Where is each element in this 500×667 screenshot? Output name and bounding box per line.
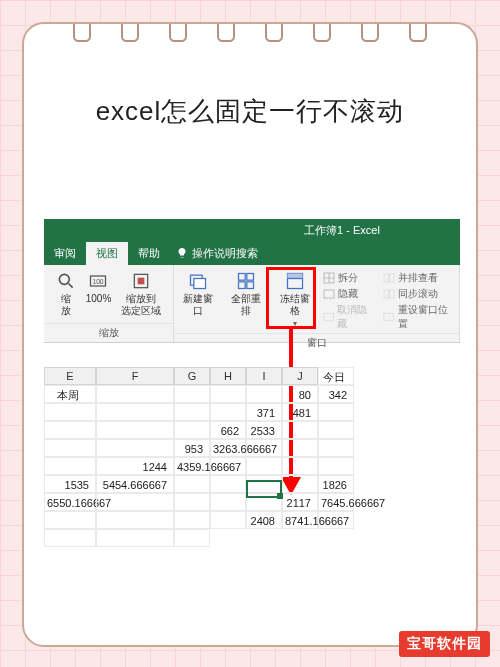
cell[interactable] (96, 493, 174, 511)
cell[interactable] (246, 475, 282, 493)
cell[interactable] (44, 439, 96, 457)
col-header[interactable]: E (44, 367, 96, 385)
cell[interactable]: 342 (318, 385, 354, 403)
cell[interactable]: 7645.666667 (318, 493, 354, 511)
svg-rect-21 (390, 274, 395, 282)
cell[interactable]: 2533 (246, 421, 282, 439)
unhide-icon (323, 311, 334, 323)
freeze-panes-button[interactable]: 冻结窗格 ▾ (270, 269, 318, 330)
cell[interactable] (96, 403, 174, 421)
cell[interactable] (318, 511, 354, 529)
cell[interactable] (174, 493, 210, 511)
zoom-selection-button[interactable]: 缩放到 选定区域 (116, 269, 166, 319)
zoom-100-button[interactable]: 100 100% (81, 269, 117, 307)
cell[interactable]: 1826 (318, 475, 354, 493)
zoom-button[interactable]: 缩 放 (51, 269, 81, 319)
cell[interactable]: 1535 (44, 475, 96, 493)
spreadsheet[interactable]: E F G H I J 今日 本周 80 342 371 481 662 253… (44, 367, 354, 547)
split-button[interactable]: 拆分 (323, 271, 376, 285)
cell[interactable] (210, 385, 246, 403)
cell[interactable] (282, 421, 318, 439)
cell[interactable] (246, 457, 282, 475)
col-header[interactable]: H (210, 367, 246, 385)
cell[interactable] (174, 421, 210, 439)
cell[interactable] (210, 457, 246, 475)
tab-help[interactable]: 帮助 (128, 242, 170, 265)
group-window-label: 窗口 (174, 333, 459, 352)
excel-screenshot: 工作簿1 - Excel 审阅 视图 帮助 操作说明搜索 缩 放 100 (44, 219, 460, 599)
cell[interactable] (246, 439, 282, 457)
tell-me-search[interactable]: 操作说明搜索 (176, 246, 258, 261)
cell[interactable] (246, 385, 282, 403)
col-header[interactable]: G (174, 367, 210, 385)
svg-line-1 (68, 284, 72, 288)
cell[interactable] (318, 457, 354, 475)
cell[interactable] (282, 475, 318, 493)
cell[interactable] (282, 457, 318, 475)
svg-rect-19 (324, 313, 334, 321)
freeze-icon (285, 271, 305, 291)
arrange-icon (236, 271, 256, 291)
cell[interactable]: 371 (246, 403, 282, 421)
unhide-button[interactable]: 取消隐藏 (323, 303, 376, 331)
cell[interactable] (210, 403, 246, 421)
tab-view[interactable]: 视图 (86, 242, 128, 265)
cell[interactable] (318, 439, 354, 457)
cell[interactable] (44, 511, 96, 529)
cell[interactable] (174, 403, 210, 421)
col-header[interactable]: F (96, 367, 174, 385)
cell[interactable]: 8741.166667 (282, 511, 318, 529)
notebook-binding (24, 22, 476, 42)
sync-scroll-button[interactable]: 同步滚动 (383, 287, 455, 301)
cell[interactable]: 662 (210, 421, 246, 439)
cell[interactable]: 481 (282, 403, 318, 421)
cell[interactable] (96, 511, 174, 529)
cell[interactable] (174, 511, 210, 529)
col-header[interactable]: J (282, 367, 318, 385)
cell[interactable] (174, 385, 210, 403)
cell[interactable] (318, 403, 354, 421)
cell[interactable]: 6550.166667 (44, 493, 96, 511)
cell[interactable]: 2408 (246, 511, 282, 529)
arrange-all-button[interactable]: 全部重排 (222, 269, 270, 319)
cell[interactable] (96, 421, 174, 439)
hide-button[interactable]: 隐藏 (323, 287, 376, 301)
cell[interactable] (44, 421, 96, 439)
tab-review[interactable]: 审阅 (44, 242, 86, 265)
svg-rect-20 (384, 274, 389, 282)
cell[interactable]: 80 (282, 385, 318, 403)
cell[interactable] (174, 529, 210, 547)
cell[interactable] (174, 475, 210, 493)
cell[interactable]: 2117 (282, 493, 318, 511)
cell[interactable] (210, 493, 246, 511)
cell[interactable] (210, 511, 246, 529)
cell[interactable] (210, 475, 246, 493)
cell[interactable] (44, 457, 96, 475)
cell[interactable] (318, 421, 354, 439)
cell[interactable]: 5454.666667 (96, 475, 174, 493)
new-window-button[interactable]: 新建窗口 (174, 269, 222, 319)
zoom-selection-icon (131, 271, 151, 291)
side-by-side-button[interactable]: 并排查看 (383, 271, 455, 285)
cell[interactable]: 953 (174, 439, 210, 457)
reset-pos-button[interactable]: 重设窗口位置 (383, 303, 455, 331)
cell[interactable] (44, 403, 96, 421)
group-window: 新建窗口 全部重排 冻结窗格 ▾ 拆分 (174, 265, 460, 342)
cell[interactable] (96, 385, 174, 403)
group-zoom: 缩 放 100 100% 缩放到 选定区域 缩放 (44, 265, 174, 342)
side-by-side-icon (383, 272, 395, 284)
cell[interactable]: 1244 (96, 457, 174, 475)
cell[interactable]: 3263.666667 (210, 439, 246, 457)
page-title: excel怎么固定一行不滚动 (24, 94, 476, 129)
notebook-card: excel怎么固定一行不滚动 工作簿1 - Excel 审阅 视图 帮助 操作说… (22, 22, 478, 647)
col-header[interactable]: I (246, 367, 282, 385)
cell[interactable]: 4359.166667 (174, 457, 210, 475)
cell[interactable]: 本周 (44, 385, 96, 403)
cell[interactable] (96, 439, 174, 457)
cell[interactable]: 今日 (318, 367, 354, 385)
cell[interactable] (96, 529, 174, 547)
cell[interactable] (246, 493, 282, 511)
svg-text:100: 100 (93, 278, 104, 285)
cell[interactable] (282, 439, 318, 457)
cell[interactable] (44, 529, 96, 547)
